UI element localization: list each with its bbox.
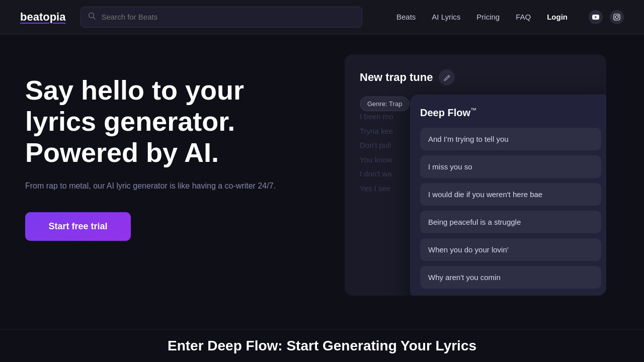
hero-section: Say hello to your lyrics generator. Powe… (0, 34, 327, 362)
cta-button[interactable]: Start free trial (25, 212, 131, 241)
bg-lyric-5: I don't wa (360, 167, 393, 182)
genre-badge[interactable]: Genre: Trap (360, 97, 410, 111)
bg-lyric-4: You know (360, 153, 393, 167)
instagram-icon[interactable] (610, 10, 624, 24)
bg-lyric-1: I been mo (360, 110, 393, 124)
lyric-option-6[interactable]: Why aren't you comin (420, 266, 601, 289)
card-header: New trap tune (360, 69, 591, 85)
bg-lyric-6: Yes I see (360, 182, 393, 196)
logo[interactable]: beatopia (20, 11, 80, 24)
main-section: Say hello to your lyrics generator. Powe… (0, 34, 644, 362)
nav-login[interactable]: Login (547, 13, 568, 21)
bottom-heading: Enter Deep Flow: Start Generating Your L… (0, 338, 644, 354)
nav-beats[interactable]: Beats (396, 13, 416, 21)
main-nav: Beats AI Lyrics Pricing FAQ Login (396, 10, 624, 24)
search-icon (88, 12, 96, 22)
edit-title-button[interactable] (439, 69, 455, 85)
main-card: New trap tune Genre: Trap I been mo Tryn… (345, 54, 606, 296)
nav-pricing[interactable]: Pricing (476, 13, 500, 21)
background-lyrics: I been mo Tryna kee Don't pull You know … (360, 110, 393, 196)
svg-point-3 (618, 15, 619, 16)
deep-flow-panel: Deep Flow™ And I'm trying to tell you I … (410, 95, 606, 296)
lyric-option-2[interactable]: I miss you so (420, 155, 601, 178)
social-icons (589, 10, 624, 24)
lyric-option-4[interactable]: Being peaceful is a struggle (420, 211, 601, 233)
bg-lyric-2: Tryna kee (360, 124, 393, 139)
youtube-icon[interactable] (589, 10, 603, 24)
lyric-option-1[interactable]: And I'm trying to tell you (420, 128, 601, 150)
card-area: New trap tune Genre: Trap I been mo Tryn… (327, 34, 644, 362)
search-input[interactable] (101, 13, 355, 21)
nav-faq[interactable]: FAQ (516, 13, 531, 21)
nav-ai-lyrics[interactable]: AI Lyrics (432, 13, 460, 21)
deep-flow-title: Deep Flow™ (420, 107, 601, 119)
hero-subtitle: From rap to metal, our AI lyric generato… (25, 180, 302, 192)
card-title: New trap tune (360, 71, 433, 84)
bottom-section: Enter Deep Flow: Start Generating Your L… (0, 329, 644, 362)
search-bar[interactable] (80, 7, 362, 28)
bg-lyric-3: Don't pull (360, 138, 393, 153)
lyric-option-5[interactable]: When you do your lovin' (420, 238, 601, 261)
svg-rect-1 (614, 14, 620, 20)
lyric-option-3[interactable]: I would die if you weren't here bae (420, 183, 601, 206)
hero-title: Say hello to your lyrics generator. Powe… (25, 74, 302, 168)
svg-point-2 (615, 16, 618, 19)
